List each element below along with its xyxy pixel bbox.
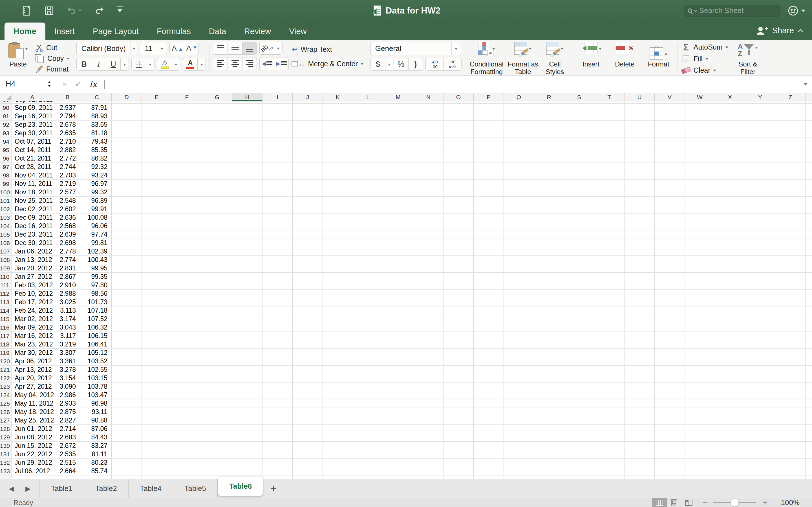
row-number[interactable]: 113: [0, 298, 12, 306]
document-icon[interactable]: [21, 5, 32, 16]
currency-button[interactable]: $: [370, 58, 385, 71]
cell-value-b[interactable]: 2.698: [53, 239, 82, 247]
cell-date[interactable]: Jun 15, 2012: [12, 442, 53, 450]
row-empty-cells[interactable]: [112, 467, 812, 475]
zoom-slider-knob[interactable]: [731, 499, 739, 506]
decrease-decimal-button[interactable]: .00▶.0: [444, 58, 462, 71]
confirm-entry-icon[interactable]: ✓: [75, 79, 82, 89]
row-empty-cells[interactable]: [112, 196, 812, 205]
cell-date[interactable]: Dec 16, 2011: [12, 222, 53, 230]
sheet-tab-table5[interactable]: Table5: [173, 479, 218, 498]
row-empty-cells[interactable]: [112, 298, 812, 306]
cell-value-b[interactable]: 3.278: [53, 365, 82, 374]
cell-value-c[interactable]: 87.91: [82, 104, 112, 112]
cell-value-b[interactable]: 3.219: [53, 340, 82, 348]
cell-value-c[interactable]: 103.47: [82, 391, 112, 399]
ribbon-tab-view[interactable]: View: [280, 22, 315, 40]
row-number[interactable]: 120: [0, 357, 12, 365]
column-header-V[interactable]: V: [655, 93, 685, 101]
sheet-prev-icon[interactable]: ◀: [9, 485, 14, 493]
cell-date[interactable]: Feb 10, 2012: [12, 290, 53, 298]
italic-button[interactable]: I: [91, 58, 106, 71]
cell-date[interactable]: Nov 04, 2011: [12, 171, 53, 179]
cell-date[interactable]: Oct 21, 2011: [12, 154, 53, 163]
column-header-N[interactable]: N: [413, 93, 444, 101]
cell-date[interactable]: Jan 06, 2012: [12, 247, 53, 256]
cell-value-c[interactable]: 81.18: [82, 129, 112, 137]
row-number[interactable]: 121: [0, 365, 12, 374]
row-empty-cells[interactable]: [112, 137, 812, 146]
cell-value-c[interactable]: 107.52: [82, 315, 112, 323]
row-empty-cells[interactable]: [112, 340, 812, 348]
column-header-C[interactable]: C: [82, 93, 112, 101]
cell-value-c[interactable]: 79.43: [82, 137, 112, 146]
column-header-Y[interactable]: Y: [745, 93, 775, 101]
merge-center-button[interactable]: ↔ Merge & Center: [292, 59, 363, 69]
cell-date[interactable]: Jun 01, 2012: [12, 425, 53, 433]
row-number[interactable]: 117: [0, 332, 12, 340]
sheet-tab-table4[interactable]: Table4: [129, 479, 173, 498]
cell-date[interactable]: May 04, 2012: [12, 391, 53, 399]
cell-value-c[interactable]: 106.41: [82, 340, 112, 348]
fill-color-button[interactable]: [157, 58, 172, 71]
cell-value-b[interactable]: 2.937: [53, 104, 82, 112]
redo-icon[interactable]: [94, 6, 104, 16]
cell-date[interactable]: Oct 07, 2011: [12, 137, 53, 146]
cell-date[interactable]: Jun 22, 2012: [12, 450, 53, 458]
row-empty-cells[interactable]: [112, 230, 812, 238]
paste-dropdown-icon[interactable]: [25, 48, 28, 51]
ribbon-tab-data[interactable]: Data: [200, 22, 235, 40]
font-size-select[interactable]: 11: [140, 42, 167, 55]
copy-dropdown-icon[interactable]: [66, 58, 69, 61]
cell-date[interactable]: Jan 13, 2012: [12, 256, 53, 264]
cell-value-b[interactable]: 2.577: [53, 188, 82, 196]
row-number[interactable]: 109: [0, 264, 12, 272]
cell-value-b[interactable]: 2.635: [53, 129, 82, 137]
row-number[interactable]: 103: [0, 214, 12, 222]
ribbon-tab-review[interactable]: Review: [235, 22, 280, 40]
column-header-J[interactable]: J: [293, 93, 323, 101]
row-empty-cells[interactable]: [112, 383, 812, 391]
column-header-Z[interactable]: Z: [775, 93, 806, 101]
cell-value-c[interactable]: 107.18: [82, 306, 112, 315]
sort-filter-dropdown-icon[interactable]: [755, 47, 758, 50]
font-family-select[interactable]: Calibri (Body): [77, 42, 137, 55]
cell-styles-dropdown-icon[interactable]: [560, 48, 563, 51]
row-empty-cells[interactable]: [112, 112, 812, 120]
cell-value-c[interactable]: 86.82: [82, 154, 112, 163]
row-number[interactable]: 128: [0, 425, 12, 433]
column-header-D[interactable]: D: [112, 93, 142, 101]
cell-value-b[interactable]: 2.639: [53, 230, 82, 238]
cell-value-c[interactable]: 102.55: [82, 365, 112, 374]
cell-value-b[interactable]: 2.933: [53, 399, 82, 407]
cell-value-b[interactable]: 2.714: [53, 425, 82, 433]
sheet-next-icon[interactable]: ▶: [26, 485, 31, 493]
comma-style-button[interactable]: ): [408, 58, 423, 71]
row-number[interactable]: 97: [0, 163, 12, 171]
borders-dropdown-button[interactable]: [146, 58, 154, 71]
row-empty-cells[interactable]: [112, 256, 812, 264]
row-empty-cells[interactable]: [112, 408, 812, 416]
number-format-dropdown-icon[interactable]: [455, 48, 458, 51]
column-header-X[interactable]: X: [715, 93, 745, 101]
fill-color-dropdown-button[interactable]: [172, 58, 180, 71]
row-number[interactable]: 122: [0, 374, 12, 382]
cell-value-c[interactable]: 93.24: [82, 171, 112, 179]
cell-value-c[interactable]: 80.23: [82, 459, 112, 467]
cell-value-c[interactable]: 87.06: [82, 425, 112, 433]
normal-view-button[interactable]: [652, 498, 667, 507]
row-number[interactable]: 129: [0, 433, 12, 441]
cell-value-b[interactable]: 3.113: [53, 306, 82, 315]
zoom-slider[interactable]: [713, 502, 756, 503]
format-as-table-dropdown-icon[interactable]: [529, 48, 531, 51]
column-header-P[interactable]: P: [474, 93, 504, 101]
row-number[interactable]: 108: [0, 256, 12, 264]
cell-date[interactable]: Sep 09, 2011: [12, 104, 53, 112]
cell-date[interactable]: Sep 30, 2011: [12, 129, 53, 137]
increase-indent-button[interactable]: ▶: [274, 57, 289, 70]
sheet-tab-table1[interactable]: Table1: [40, 479, 84, 498]
column-header-L[interactable]: L: [353, 93, 383, 101]
autosum-dropdown-icon[interactable]: [725, 47, 728, 50]
row-number[interactable]: 105: [0, 230, 12, 238]
align-bottom-button[interactable]: [242, 42, 257, 55]
